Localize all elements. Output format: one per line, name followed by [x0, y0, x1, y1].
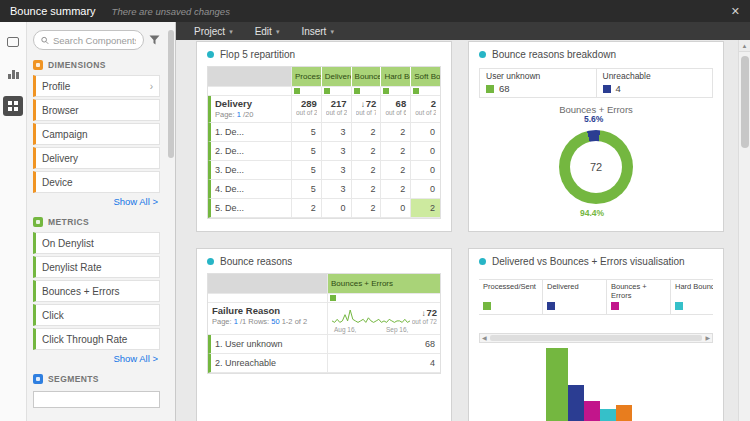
sidebar-item-denylist-rate[interactable]: Denylist Rate	[33, 256, 160, 278]
table-cell[interactable]: 2	[381, 180, 411, 199]
total-cell[interactable]: 289 out of 289	[292, 96, 322, 123]
table-cell[interactable]: 3	[322, 161, 352, 180]
legend-item[interactable]: Delivered	[543, 280, 607, 314]
filter-icon[interactable]	[149, 35, 160, 45]
menu-insert[interactable]: Insert ▾	[301, 26, 334, 37]
row-label[interactable]: 3. De...	[208, 161, 292, 180]
legend-item-user-unknown[interactable]: User unknown 68	[480, 69, 597, 97]
column-header[interactable]: Processed/Sent	[292, 67, 322, 87]
table-cell[interactable]: 0	[411, 161, 440, 180]
table-row: 4. De... 5 3 2 2 0	[208, 180, 440, 199]
row-header[interactable]: Delivery Page: 1 /20	[208, 96, 292, 123]
pagination[interactable]: Page: 1 /20	[215, 110, 287, 119]
table-cell[interactable]: 3	[322, 180, 352, 199]
legend-item[interactable]: Bounces + Errors	[607, 280, 671, 314]
bar-soft-bounces[interactable]	[616, 405, 632, 421]
table-cell[interactable]: 2	[381, 161, 411, 180]
visualizations-icon[interactable]	[3, 64, 23, 84]
legend-label: Bounces + Errors	[611, 282, 647, 300]
row-label[interactable]: 2. Unreachable	[208, 354, 328, 373]
column-header[interactable]: Bounces + Errors	[328, 274, 440, 294]
bar-bounces-errors[interactable]	[584, 401, 600, 421]
legend-color-swatch	[611, 302, 619, 310]
table-cell[interactable]: 5	[292, 142, 322, 161]
table-cell[interactable]: 2	[352, 123, 382, 142]
table-cell[interactable]: 0	[322, 199, 352, 218]
metrics-show-all[interactable]: Show All >	[33, 353, 158, 364]
table-cell[interactable]: 4	[328, 354, 440, 373]
legend-color-swatch	[603, 85, 611, 93]
close-icon[interactable]: ✕	[731, 5, 740, 18]
panel-bounce-reasons-breakdown: Bounce reasons breakdown User unknown 68…	[468, 41, 724, 232]
table-cell[interactable]: 3	[322, 142, 352, 161]
row-label[interactable]: 1. User unknown	[208, 335, 328, 354]
sidebar-item-delivery[interactable]: Delivery	[33, 147, 160, 169]
horizontal-scroll-thumb[interactable]	[490, 335, 703, 341]
donut-chart[interactable]: 72	[559, 130, 633, 204]
column-header[interactable]: Bounces	[352, 67, 382, 87]
legend-color-swatch	[547, 302, 555, 310]
sidebar-item-campaign[interactable]: Campaign	[33, 123, 160, 145]
table-cell[interactable]: 2	[352, 142, 382, 161]
table-cell[interactable]: 3	[322, 123, 352, 142]
table-cell[interactable]: 0	[411, 180, 440, 199]
sidebar-item-browser[interactable]: Browser	[33, 99, 160, 121]
row-label[interactable]: 5. De...	[208, 199, 292, 218]
vertical-scrollbar[interactable]: ▲	[738, 40, 750, 421]
sidebar-item-click-through-rate[interactable]: Click Through Rate	[33, 328, 160, 350]
vertical-scroll-thumb[interactable]	[741, 56, 749, 148]
menu-project[interactable]: Project ▾	[194, 26, 233, 37]
table-cell[interactable]: 5	[292, 123, 322, 142]
table-cell[interactable]: 2	[352, 199, 382, 218]
menu-edit[interactable]: Edit ▾	[255, 26, 280, 37]
pagination[interactable]: Page: 1 /1 Rows: 50 1-2 of 2	[212, 317, 323, 326]
scroll-up-icon[interactable]: ▲	[739, 40, 750, 52]
row-label[interactable]: 2. De...	[208, 142, 292, 161]
table-cell[interactable]: 2	[352, 161, 382, 180]
panels-icon[interactable]	[3, 32, 23, 52]
table-cell[interactable]: 68	[328, 335, 440, 354]
components-icon[interactable]	[3, 96, 23, 116]
total-cell[interactable]: 68 out of 68	[381, 96, 411, 123]
table-cell[interactable]: 0	[381, 199, 411, 218]
scroll-left-icon[interactable]: ◀	[482, 335, 487, 341]
column-header[interactable]: Hard Bounces	[381, 67, 411, 87]
scroll-right-icon[interactable]: ▶	[705, 335, 710, 341]
table-cell[interactable]: 0	[411, 142, 440, 161]
legend-item[interactable]: Processed/Sent	[479, 280, 543, 314]
segments-input[interactable]	[33, 391, 160, 408]
column-header[interactable]: Soft Bounces	[411, 67, 440, 87]
table-corner	[208, 274, 328, 294]
table-cell[interactable]: 2	[352, 180, 382, 199]
bar-processed-sent[interactable]	[546, 348, 568, 421]
row-label[interactable]: 4. De...	[208, 180, 292, 199]
table-cell[interactable]: 0	[411, 123, 440, 142]
total-cell[interactable]: 2 out of 2	[411, 96, 440, 123]
table-cell[interactable]: 2	[381, 142, 411, 161]
sidebar-item-profile[interactable]: Profile ›	[33, 75, 160, 97]
legend-item-unreachable[interactable]: Unreachable 4	[597, 69, 713, 97]
legend-label: Hard Bounces	[675, 282, 713, 291]
sidebar-item-on-denylist[interactable]: On Denylist	[33, 232, 160, 254]
table-cell[interactable]: 5	[292, 161, 322, 180]
table-cell[interactable]: 5	[292, 180, 322, 199]
legend-item[interactable]: Hard Bounces	[671, 280, 713, 314]
bar-delivered[interactable]	[568, 385, 584, 421]
total-cell-sorted[interactable]: ↓72 out of 72	[352, 96, 382, 123]
table-cell[interactable]: 2	[292, 199, 322, 218]
bar-hard-bounces[interactable]	[600, 409, 616, 421]
sidebar-scrollbar[interactable]	[168, 30, 174, 158]
horizontal-scrollbar[interactable]: ◀ ▶	[479, 333, 713, 343]
sidebar-item-click[interactable]: Click	[33, 304, 160, 326]
row-label[interactable]: 1. De...	[208, 123, 292, 142]
search-input[interactable]	[33, 30, 144, 50]
total-cell[interactable]: 217 out of 217	[322, 96, 352, 123]
table-cell-selected[interactable]: 2	[411, 199, 440, 218]
dimensions-show-all[interactable]: Show All >	[33, 196, 158, 207]
sidebar-item-label: Click Through Rate	[42, 334, 127, 345]
table-cell[interactable]: 2	[381, 123, 411, 142]
sidebar-item-device[interactable]: Device	[33, 171, 160, 193]
sidebar-item-bounces-errors[interactable]: Bounces + Errors	[33, 280, 160, 302]
column-header[interactable]: Delivered	[322, 67, 352, 87]
row-header[interactable]: Failure Reason Page: 1 /1 Rows: 50 1-2 o…	[208, 303, 328, 335]
